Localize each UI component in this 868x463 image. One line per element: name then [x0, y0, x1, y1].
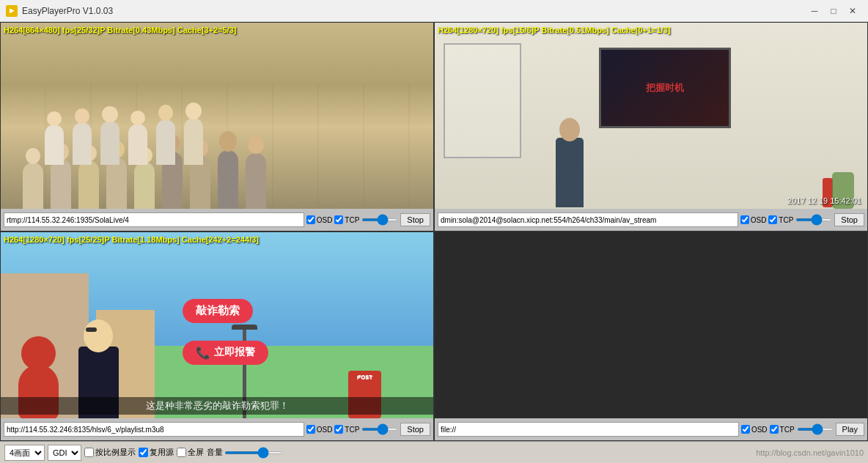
video-cell-2: 把握时机 H264[1280×720] fps[15/6]P Bitrate[0…	[434, 22, 868, 232]
tcp-label-1[interactable]: TCP	[334, 215, 359, 224]
osd-checkbox-1[interactable]	[306, 215, 315, 224]
close-button[interactable]: ✕	[843, 4, 862, 18]
video-cell-3: POST 敲诈勒索 📞 立即报警 H264[1280×720] fps[25/2…	[0, 232, 434, 441]
stream-info-1: H264[864×480] fps[25/32]P Bitrate[0.43Mb…	[4, 26, 236, 34]
volume-control: 音量	[207, 447, 283, 458]
osd-checkbox-2[interactable]	[740, 215, 749, 224]
volume-slider-4[interactable]	[797, 428, 834, 431]
url-input-3[interactable]	[4, 422, 304, 437]
volume-slider-3[interactable]	[361, 428, 398, 431]
tv-display: 把握时机	[601, 50, 729, 126]
ctrl-bar-3: OSD TCP Stop	[1, 418, 433, 440]
tcp-label-4[interactable]: TCP	[770, 425, 795, 434]
stop-button-3[interactable]: Stop	[400, 423, 430, 436]
ratio-label[interactable]: 按比例显示	[84, 447, 136, 458]
ctrl-bar-2: OSD TCP Stop	[435, 209, 867, 231]
title-bar: ▶ EasyPlayerPro V1.0.03 ─ □ ✕	[0, 0, 868, 22]
watermark-text: http://blog.csdn.net/gavin1010	[756, 448, 864, 457]
osd-checkbox-3[interactable]	[306, 425, 315, 434]
timestamp-2: 2017 12 19 15:42:01	[787, 196, 861, 205]
stream-info-3: H264[1280×720] fps[25/25]P Bitrate[1.18M…	[4, 235, 259, 244]
ratio-text: 按比例显示	[95, 447, 136, 458]
empty-scene	[435, 232, 867, 440]
url-input-4[interactable]	[438, 422, 739, 437]
stop-button-2[interactable]: Stop	[834, 213, 864, 226]
stream-info-2: H264[1280×720] fps[15/6]P Bitrate[0.51Mb…	[438, 26, 670, 34]
app-title: EasyPlayerPro V1.0.03	[22, 6, 805, 16]
osd-label-1[interactable]: OSD	[306, 215, 333, 224]
video-cell-1: H264[864×480] fps[25/32]P Bitrate[0.43Mb…	[0, 22, 434, 232]
ratio-checkbox[interactable]	[84, 448, 94, 457]
minimize-button[interactable]: ─	[805, 4, 824, 18]
reuse-label[interactable]: 复用源	[139, 447, 174, 458]
scam-alert-1: 敲诈勒索	[183, 299, 253, 323]
tcp-label-2[interactable]: TCP	[768, 215, 793, 224]
app-icon: ▶	[6, 5, 18, 17]
tcp-label-3[interactable]: TCP	[334, 425, 359, 434]
scam-alert-2: 📞 立即报警	[183, 341, 268, 365]
tcp-checkbox-1[interactable]	[334, 215, 343, 224]
fullscreen-checkbox[interactable]	[177, 448, 186, 457]
video-grid: H264[864×480] fps[25/32]P Bitrate[0.43Mb…	[0, 22, 868, 441]
stop-button-1[interactable]: Stop	[400, 213, 430, 226]
osd-checkbox-4[interactable]	[741, 425, 750, 434]
main-volume-slider[interactable]	[224, 451, 283, 454]
video-cell-4: OSD TCP Play	[434, 232, 868, 441]
fullscreen-label[interactable]: 全屏	[177, 447, 204, 458]
screen-layout-select[interactable]: 4画面	[4, 445, 45, 461]
maximize-button[interactable]: □	[824, 4, 843, 18]
osd-label-3[interactable]: OSD	[306, 425, 333, 434]
reuse-text: 复用源	[150, 447, 174, 458]
subtitle-3: 这是种非常恶劣的敲诈勒索犯罪！	[1, 397, 433, 415]
reuse-checkbox[interactable]	[139, 448, 148, 457]
tcp-checkbox-4[interactable]	[770, 425, 779, 434]
volume-slider-2[interactable]	[795, 218, 832, 221]
tcp-checkbox-3[interactable]	[334, 425, 343, 434]
ctrl-bar-1: OSD TCP Stop	[1, 209, 433, 231]
url-input-1[interactable]	[4, 212, 304, 227]
url-input-2[interactable]	[438, 212, 738, 227]
bottom-toolbar: 4画面 GDI 按比例显示 复用源 全屏 音量 http://blog.csdn…	[0, 441, 868, 463]
volume-label: 音量	[207, 447, 223, 458]
volume-slider-1[interactable]	[361, 218, 398, 221]
osd-label-4[interactable]: OSD	[741, 425, 768, 434]
play-button-4[interactable]: Play	[836, 423, 864, 436]
fullscreen-text: 全屏	[188, 447, 204, 458]
render-select[interactable]: GDI	[48, 445, 81, 461]
osd-label-2[interactable]: OSD	[740, 215, 767, 224]
ctrl-bar-4: OSD TCP Play	[435, 418, 867, 440]
tcp-checkbox-2[interactable]	[768, 215, 777, 224]
